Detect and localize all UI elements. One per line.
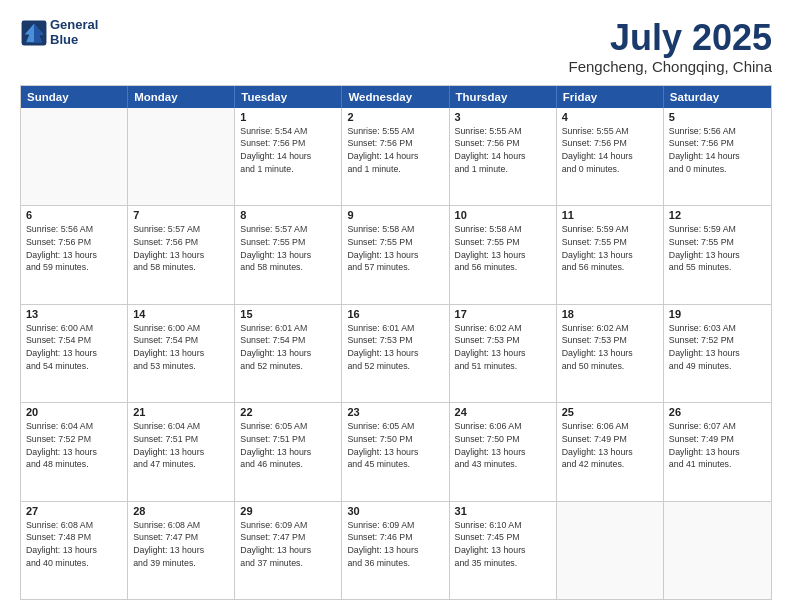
day-info: Sunrise: 6:05 AM Sunset: 7:51 PM Dayligh… xyxy=(240,420,336,471)
day-number: 11 xyxy=(562,209,658,221)
logo: General Blue xyxy=(20,18,98,48)
day-number: 15 xyxy=(240,308,336,320)
day-cell-4: 4Sunrise: 5:55 AM Sunset: 7:56 PM Daylig… xyxy=(557,108,664,205)
header-saturday: Saturday xyxy=(664,86,771,108)
day-cell-10: 10Sunrise: 5:58 AM Sunset: 7:55 PM Dayli… xyxy=(450,206,557,303)
day-number: 17 xyxy=(455,308,551,320)
week-row-1: 1Sunrise: 5:54 AM Sunset: 7:56 PM Daylig… xyxy=(21,108,771,206)
month-title: July 2025 xyxy=(569,18,772,58)
day-cell-18: 18Sunrise: 6:02 AM Sunset: 7:53 PM Dayli… xyxy=(557,305,664,402)
day-number: 18 xyxy=(562,308,658,320)
day-cell-empty-4-5 xyxy=(557,502,664,599)
day-cell-30: 30Sunrise: 6:09 AM Sunset: 7:46 PM Dayli… xyxy=(342,502,449,599)
day-number: 25 xyxy=(562,406,658,418)
day-number: 14 xyxy=(133,308,229,320)
day-cell-24: 24Sunrise: 6:06 AM Sunset: 7:50 PM Dayli… xyxy=(450,403,557,500)
day-info: Sunrise: 6:00 AM Sunset: 7:54 PM Dayligh… xyxy=(26,322,122,373)
day-info: Sunrise: 6:02 AM Sunset: 7:53 PM Dayligh… xyxy=(562,322,658,373)
day-info: Sunrise: 6:06 AM Sunset: 7:49 PM Dayligh… xyxy=(562,420,658,471)
day-cell-26: 26Sunrise: 6:07 AM Sunset: 7:49 PM Dayli… xyxy=(664,403,771,500)
day-cell-25: 25Sunrise: 6:06 AM Sunset: 7:49 PM Dayli… xyxy=(557,403,664,500)
day-info: Sunrise: 5:58 AM Sunset: 7:55 PM Dayligh… xyxy=(455,223,551,274)
header-monday: Monday xyxy=(128,86,235,108)
day-cell-17: 17Sunrise: 6:02 AM Sunset: 7:53 PM Dayli… xyxy=(450,305,557,402)
day-info: Sunrise: 6:02 AM Sunset: 7:53 PM Dayligh… xyxy=(455,322,551,373)
day-info: Sunrise: 5:54 AM Sunset: 7:56 PM Dayligh… xyxy=(240,125,336,176)
day-cell-empty-0-0 xyxy=(21,108,128,205)
day-cell-27: 27Sunrise: 6:08 AM Sunset: 7:48 PM Dayli… xyxy=(21,502,128,599)
header: General Blue July 2025 Fengcheng, Chongq… xyxy=(20,18,772,75)
day-cell-15: 15Sunrise: 6:01 AM Sunset: 7:54 PM Dayli… xyxy=(235,305,342,402)
day-cell-8: 8Sunrise: 5:57 AM Sunset: 7:55 PM Daylig… xyxy=(235,206,342,303)
day-cell-2: 2Sunrise: 5:55 AM Sunset: 7:56 PM Daylig… xyxy=(342,108,449,205)
calendar: SundayMondayTuesdayWednesdayThursdayFrid… xyxy=(20,85,772,600)
day-number: 16 xyxy=(347,308,443,320)
day-number: 6 xyxy=(26,209,122,221)
day-cell-29: 29Sunrise: 6:09 AM Sunset: 7:47 PM Dayli… xyxy=(235,502,342,599)
day-info: Sunrise: 5:55 AM Sunset: 7:56 PM Dayligh… xyxy=(347,125,443,176)
week-row-5: 27Sunrise: 6:08 AM Sunset: 7:48 PM Dayli… xyxy=(21,502,771,599)
day-number: 30 xyxy=(347,505,443,517)
day-info: Sunrise: 5:56 AM Sunset: 7:56 PM Dayligh… xyxy=(26,223,122,274)
logo-text: General Blue xyxy=(50,18,98,48)
day-info: Sunrise: 6:09 AM Sunset: 7:46 PM Dayligh… xyxy=(347,519,443,570)
day-number: 27 xyxy=(26,505,122,517)
day-cell-21: 21Sunrise: 6:04 AM Sunset: 7:51 PM Dayli… xyxy=(128,403,235,500)
logo-line1: General xyxy=(50,17,98,32)
day-number: 28 xyxy=(133,505,229,517)
day-number: 24 xyxy=(455,406,551,418)
day-number: 3 xyxy=(455,111,551,123)
day-info: Sunrise: 6:10 AM Sunset: 7:45 PM Dayligh… xyxy=(455,519,551,570)
day-cell-31: 31Sunrise: 6:10 AM Sunset: 7:45 PM Dayli… xyxy=(450,502,557,599)
day-info: Sunrise: 6:00 AM Sunset: 7:54 PM Dayligh… xyxy=(133,322,229,373)
day-cell-12: 12Sunrise: 5:59 AM Sunset: 7:55 PM Dayli… xyxy=(664,206,771,303)
header-friday: Friday xyxy=(557,86,664,108)
day-info: Sunrise: 6:08 AM Sunset: 7:47 PM Dayligh… xyxy=(133,519,229,570)
day-info: Sunrise: 6:01 AM Sunset: 7:54 PM Dayligh… xyxy=(240,322,336,373)
day-cell-14: 14Sunrise: 6:00 AM Sunset: 7:54 PM Dayli… xyxy=(128,305,235,402)
day-number: 12 xyxy=(669,209,766,221)
day-cell-9: 9Sunrise: 5:58 AM Sunset: 7:55 PM Daylig… xyxy=(342,206,449,303)
day-number: 23 xyxy=(347,406,443,418)
day-number: 8 xyxy=(240,209,336,221)
day-info: Sunrise: 6:06 AM Sunset: 7:50 PM Dayligh… xyxy=(455,420,551,471)
day-cell-1: 1Sunrise: 5:54 AM Sunset: 7:56 PM Daylig… xyxy=(235,108,342,205)
week-row-3: 13Sunrise: 6:00 AM Sunset: 7:54 PM Dayli… xyxy=(21,305,771,403)
day-cell-23: 23Sunrise: 6:05 AM Sunset: 7:50 PM Dayli… xyxy=(342,403,449,500)
week-row-4: 20Sunrise: 6:04 AM Sunset: 7:52 PM Dayli… xyxy=(21,403,771,501)
day-cell-20: 20Sunrise: 6:04 AM Sunset: 7:52 PM Dayli… xyxy=(21,403,128,500)
day-number: 7 xyxy=(133,209,229,221)
day-number: 4 xyxy=(562,111,658,123)
day-cell-28: 28Sunrise: 6:08 AM Sunset: 7:47 PM Dayli… xyxy=(128,502,235,599)
day-info: Sunrise: 5:55 AM Sunset: 7:56 PM Dayligh… xyxy=(562,125,658,176)
title-block: July 2025 Fengcheng, Chongqing, China xyxy=(569,18,772,75)
day-info: Sunrise: 6:05 AM Sunset: 7:50 PM Dayligh… xyxy=(347,420,443,471)
day-info: Sunrise: 5:59 AM Sunset: 7:55 PM Dayligh… xyxy=(669,223,766,274)
day-cell-22: 22Sunrise: 6:05 AM Sunset: 7:51 PM Dayli… xyxy=(235,403,342,500)
day-number: 19 xyxy=(669,308,766,320)
week-row-2: 6Sunrise: 5:56 AM Sunset: 7:56 PM Daylig… xyxy=(21,206,771,304)
day-cell-empty-4-6 xyxy=(664,502,771,599)
day-number: 2 xyxy=(347,111,443,123)
header-sunday: Sunday xyxy=(21,86,128,108)
header-tuesday: Tuesday xyxy=(235,86,342,108)
day-number: 31 xyxy=(455,505,551,517)
day-number: 21 xyxy=(133,406,229,418)
logo-line2: Blue xyxy=(50,32,78,47)
logo-icon xyxy=(20,19,48,47)
header-thursday: Thursday xyxy=(450,86,557,108)
day-cell-3: 3Sunrise: 5:55 AM Sunset: 7:56 PM Daylig… xyxy=(450,108,557,205)
calendar-body: 1Sunrise: 5:54 AM Sunset: 7:56 PM Daylig… xyxy=(21,108,771,599)
day-info: Sunrise: 6:08 AM Sunset: 7:48 PM Dayligh… xyxy=(26,519,122,570)
day-number: 20 xyxy=(26,406,122,418)
day-info: Sunrise: 5:56 AM Sunset: 7:56 PM Dayligh… xyxy=(669,125,766,176)
day-cell-5: 5Sunrise: 5:56 AM Sunset: 7:56 PM Daylig… xyxy=(664,108,771,205)
day-info: Sunrise: 5:55 AM Sunset: 7:56 PM Dayligh… xyxy=(455,125,551,176)
day-info: Sunrise: 5:58 AM Sunset: 7:55 PM Dayligh… xyxy=(347,223,443,274)
day-cell-11: 11Sunrise: 5:59 AM Sunset: 7:55 PM Dayli… xyxy=(557,206,664,303)
day-cell-19: 19Sunrise: 6:03 AM Sunset: 7:52 PM Dayli… xyxy=(664,305,771,402)
day-number: 26 xyxy=(669,406,766,418)
day-info: Sunrise: 6:04 AM Sunset: 7:51 PM Dayligh… xyxy=(133,420,229,471)
day-info: Sunrise: 6:03 AM Sunset: 7:52 PM Dayligh… xyxy=(669,322,766,373)
day-number: 1 xyxy=(240,111,336,123)
